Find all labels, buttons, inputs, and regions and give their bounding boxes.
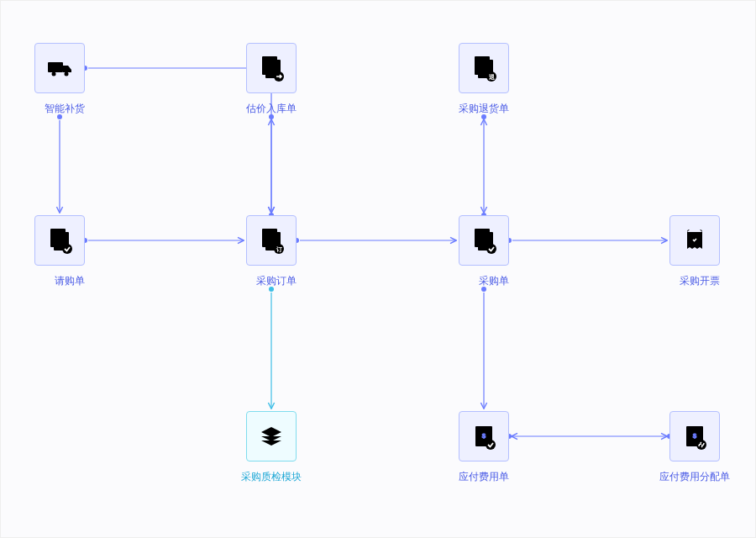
node-smart_restock[interactable]: 智能补货 bbox=[34, 43, 85, 116]
doc-return-icon bbox=[470, 54, 498, 82]
node-label: 估价入库单 bbox=[246, 102, 297, 116]
node-label: 采购质检模块 bbox=[241, 470, 302, 484]
node-label: 智能补货 bbox=[45, 102, 85, 116]
doc-order-icon bbox=[257, 226, 286, 255]
node-purchase_order[interactable]: 采购订单 bbox=[246, 215, 297, 288]
node-card[interactable] bbox=[246, 215, 297, 266]
node-purchase_qc[interactable]: 采购质检模块 bbox=[246, 411, 297, 484]
node-card[interactable] bbox=[669, 411, 720, 462]
node-card[interactable] bbox=[459, 411, 509, 462]
node-payable_alloc[interactable]: 应付费用分配单 bbox=[669, 411, 720, 484]
node-label: 采购退货单 bbox=[459, 102, 509, 116]
invoice-check-icon bbox=[470, 422, 498, 451]
doc-check-icon bbox=[470, 226, 498, 255]
node-purchase_req[interactable]: 请购单 bbox=[34, 215, 85, 288]
node-label: 采购单 bbox=[479, 274, 509, 288]
doc-arrow-icon bbox=[257, 54, 286, 82]
node-label: 应付费用分配单 bbox=[659, 470, 730, 484]
node-estimate_in[interactable]: 估价入库单 bbox=[246, 43, 297, 116]
node-card[interactable] bbox=[459, 43, 509, 93]
diagram-arrows bbox=[1, 1, 756, 538]
node-payable[interactable]: 应付费用单 bbox=[459, 411, 509, 484]
node-card[interactable] bbox=[246, 43, 297, 93]
node-card[interactable] bbox=[246, 411, 297, 462]
node-card[interactable] bbox=[34, 215, 85, 266]
node-label: 采购订单 bbox=[256, 274, 297, 288]
node-card[interactable] bbox=[669, 215, 720, 266]
ticket-icon bbox=[680, 226, 709, 255]
node-label: 采购开票 bbox=[680, 274, 720, 288]
invoice-alloc-icon bbox=[680, 422, 709, 451]
node-card[interactable] bbox=[34, 43, 85, 93]
node-purchase_doc[interactable]: 采购单 bbox=[459, 215, 509, 288]
stack-icon bbox=[257, 422, 286, 451]
node-invoice[interactable]: 采购开票 bbox=[669, 215, 720, 288]
node-purchase_return[interactable]: 采购退货单 bbox=[459, 43, 509, 116]
doc-check-icon bbox=[45, 226, 74, 255]
truck-icon bbox=[45, 54, 74, 82]
node-label: 应付费用单 bbox=[459, 470, 509, 484]
node-label: 请购单 bbox=[55, 274, 85, 288]
node-card[interactable] bbox=[459, 215, 509, 266]
